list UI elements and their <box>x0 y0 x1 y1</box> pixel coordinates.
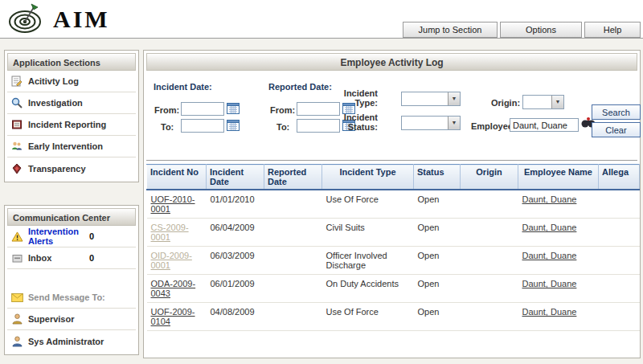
incident-reporting-icon <box>10 119 23 130</box>
sidebar-item-activity-log[interactable]: Acitivty Log <box>7 71 136 92</box>
sidebar-item-early-intervention[interactable]: Early Intervention <box>7 136 136 157</box>
incident-date-to-input[interactable] <box>181 119 224 133</box>
investigation-icon <box>10 97 23 108</box>
table-row: OID-2009-0001 06/03/2009 Officer Involve… <box>147 247 640 275</box>
column-header-incident-no: Incident No <box>147 165 207 190</box>
status-cell: Open <box>414 303 461 331</box>
incident-type-cell: Civil Suits <box>322 219 414 247</box>
activity-log-table: Incident No Incident Date Reported Date … <box>146 164 640 331</box>
sidebar-item-inbox[interactable]: Inbox 0 <box>7 247 136 269</box>
sidebar-item-transparency[interactable]: Transparency <box>7 157 136 179</box>
incident-no-link[interactable]: UOF-2009-0104 <box>151 307 195 326</box>
incident-status-select[interactable]: ▼ <box>401 116 461 130</box>
origin-cell <box>461 190 518 219</box>
table-header-row: Incident No Incident Date Reported Date … <box>147 165 640 190</box>
sys-admin-person-icon <box>10 336 23 347</box>
application-sections-header: Application Sections <box>7 53 136 71</box>
transparency-icon <box>10 163 23 174</box>
incident-date-cell: 04/08/2009 <box>207 303 264 331</box>
employee-input[interactable] <box>510 118 579 132</box>
jump-to-section-button[interactable]: Jump to Section <box>403 22 498 38</box>
intervention-alerts-label: Intervention Alerts <box>28 227 84 246</box>
aim-logo-icon <box>6 2 43 36</box>
envelope-icon <box>10 293 23 302</box>
incident-date-from-input[interactable] <box>181 102 224 116</box>
reported-date-cell <box>264 275 322 303</box>
reported-date-from-label: From: <box>270 105 295 115</box>
incident-date-to-label: To: <box>161 122 174 132</box>
allegation-cell <box>599 303 640 331</box>
origin-cell <box>461 275 518 303</box>
incident-type-select[interactable]: ▼ <box>401 92 461 106</box>
sidebar-item-label: Early Intervention <box>28 141 103 151</box>
table-row: ODA-2009-0043 06/01/2009 On Duty Acciden… <box>147 275 640 303</box>
origin-cell <box>461 247 518 275</box>
incident-date-cell: 01/01/2010 <box>207 190 264 219</box>
activity-log-icon <box>10 76 23 87</box>
communication-center-header: Communication Center <box>7 208 136 226</box>
sidebar-item-incident-reporting[interactable]: Incident Reporting <box>7 114 136 136</box>
table-row: CS-2009-0001 06/04/2009 Civil Suits Open… <box>147 219 640 247</box>
incident-type-cell: Use Of Force <box>322 190 414 219</box>
options-button[interactable]: Options <box>500 22 582 38</box>
supervisor-label: Supervisor <box>28 314 74 324</box>
sidebar-item-label: Incident Reporting <box>28 120 106 129</box>
sidebar-item-sys-administrator[interactable]: Sys Administrator <box>7 330 136 352</box>
reported-date-to-label: To: <box>276 122 289 132</box>
sidebar-item-supervisor[interactable]: Supervisor <box>7 309 136 330</box>
incident-status-label: Incident Status: <box>336 112 378 132</box>
incident-no-link[interactable]: UOF-2010-0001 <box>151 194 195 214</box>
sidebar-item-label: Acitivty Log <box>28 76 79 86</box>
employee-name-link[interactable]: Daunt, Duane <box>522 194 577 204</box>
incident-type-label: Incident Type: <box>336 88 378 108</box>
incident-date-from-label: From: <box>154 105 179 115</box>
app-header: AIM Jump to Section Options Help <box>0 0 643 39</box>
sidebar-item-investigation[interactable]: Investigation <box>7 92 136 114</box>
reported-date-cell <box>264 247 322 275</box>
allegation-cell <box>599 190 640 219</box>
inbox-label: Inbox <box>28 253 51 263</box>
inbox-count: 0 <box>89 253 94 263</box>
employee-name-link[interactable]: Daunt, Duane <box>522 279 577 288</box>
incident-no-link[interactable]: ODA-2009-0043 <box>151 279 196 298</box>
reported-date-from-input[interactable] <box>297 102 340 116</box>
origin-select[interactable]: ▼ <box>522 95 564 109</box>
page-title: Employee Activity Log <box>146 53 637 71</box>
send-message-to-label: Send Message To: <box>28 292 105 302</box>
top-nav: Jump to Section Options Help <box>403 22 641 38</box>
employee-name-link[interactable]: Daunt, Duane <box>522 251 577 260</box>
column-header-employee-name: Employee Name <box>518 165 599 190</box>
incident-no-link[interactable]: CS-2009-0001 <box>151 223 189 242</box>
status-cell: Open <box>414 190 461 219</box>
sidebar-item-intervention-alerts[interactable]: Intervention Alerts 0 <box>7 226 136 247</box>
search-button[interactable]: Search <box>592 104 641 120</box>
help-button[interactable]: Help <box>584 22 641 38</box>
table-row: UOF-2010-0001 01/01/2010 Use Of Force Op… <box>147 190 640 219</box>
status-cell: Open <box>414 247 461 275</box>
supervisor-person-icon <box>10 313 23 325</box>
column-header-status: Status <box>414 165 461 190</box>
inbox-icon <box>10 253 23 264</box>
reported-date-label: Reported Date: <box>268 82 332 92</box>
employee-name-link[interactable]: Daunt, Duane <box>522 307 577 317</box>
incident-date-from-calendar-icon[interactable] <box>227 102 240 114</box>
incident-date-to-calendar-icon[interactable] <box>227 119 240 131</box>
incident-type-cell: Use Of Force <box>322 303 414 331</box>
early-intervention-icon <box>10 141 23 152</box>
reported-date-to-input[interactable] <box>297 119 340 133</box>
aim-application-window: AIM Jump to Section Options Help Applica… <box>0 0 643 364</box>
intervention-alerts-count: 0 <box>89 231 94 241</box>
incident-date-cell: 06/01/2009 <box>207 275 264 303</box>
incident-date-cell: 06/04/2009 <box>207 219 264 247</box>
warning-icon <box>10 231 23 242</box>
allegation-cell <box>599 275 640 303</box>
chevron-down-icon: ▼ <box>551 96 563 108</box>
sidebar-item-label: Transparency <box>28 164 86 174</box>
origin-cell <box>461 303 518 331</box>
communication-center-panel: Communication Center Intervention Alerts… <box>4 205 139 355</box>
incident-no-link[interactable]: OID-2009-0001 <box>151 251 192 270</box>
clear-button[interactable]: Clear <box>592 122 641 137</box>
employee-name-link[interactable]: Daunt, Duane <box>522 223 577 232</box>
main-content-panel: Employee Activity Log Incident Date: Fro… <box>143 50 641 358</box>
reported-date-cell <box>264 219 322 247</box>
